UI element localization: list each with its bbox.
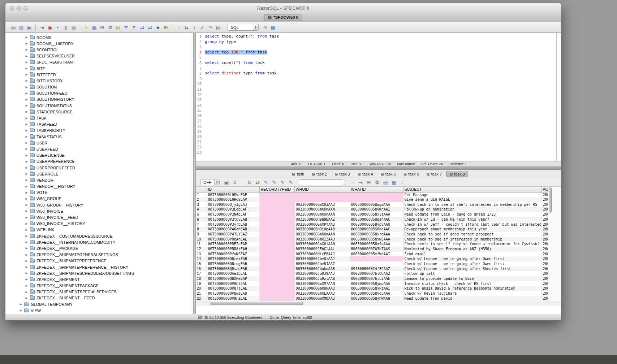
row-number-cell[interactable]: 18 bbox=[196, 276, 207, 281]
code-line[interactable] bbox=[205, 97, 556, 103]
tree-item-w50-group-history[interactable]: ▶W50_GROUP__HISTORY bbox=[5, 202, 193, 208]
results-hscrollbar[interactable] bbox=[196, 301, 561, 306]
new-file-icon[interactable]: ▤ bbox=[10, 24, 17, 31]
whatid-cell[interactable]: 00630000007blc2AAE bbox=[350, 276, 403, 281]
activitydate-cell[interactable]: 200 bbox=[542, 222, 548, 227]
disclosure-triangle-icon[interactable]: ▶ bbox=[25, 55, 28, 58]
whoid-cell[interactable] bbox=[294, 197, 350, 202]
disclosure-triangle-icon[interactable]: ▶ bbox=[25, 67, 28, 70]
tree-item-global-temporary[interactable]: ▶GLOBAL TEMPORARY bbox=[5, 301, 193, 307]
tree-item-zkfedex-shipmategeneralsettings[interactable]: ▶ZKFEDEX__SHIPMATEGENERALSETTINGS bbox=[5, 252, 193, 258]
result-tab-task-6[interactable]: ⊠task 6 bbox=[400, 171, 422, 177]
commit-check-icon[interactable]: ✓ bbox=[199, 24, 206, 31]
tree-item-task[interactable]: ▶TASK bbox=[5, 115, 193, 121]
subject-cell[interactable]: Send email bbox=[403, 252, 542, 257]
id-cell[interactable]: 00T3000000L0RknEAF bbox=[207, 192, 259, 197]
disclosure-triangle-icon[interactable]: ▶ bbox=[25, 203, 28, 207]
whoid-cell[interactable]: 0033000000GmXMDAA3 bbox=[294, 296, 350, 301]
table-row[interactable]: 300T3000000QjyJgEAJ0033000000GmXHJAA3006… bbox=[196, 202, 548, 207]
activitydate-cell[interactable]: 200 bbox=[542, 256, 548, 261]
disclosure-triangle-icon[interactable]: ▶ bbox=[25, 147, 28, 151]
code-line[interactable]: group by type bbox=[205, 39, 556, 45]
subject-cell[interactable]: Give Jenn a BIG RAISE bbox=[403, 197, 542, 202]
tree-item-taskfeed[interactable]: ▶TASKFEED bbox=[5, 121, 193, 127]
disclosure-triangle-icon[interactable]: ▶ bbox=[25, 284, 28, 287]
disclosure-triangle-icon[interactable]: ▶ bbox=[25, 222, 28, 225]
tree-item-zkfedex-shipment-feed[interactable]: ▶ZKFEDEX__SHIPMENT__FEED bbox=[5, 295, 193, 301]
disclosure-triangle-icon[interactable]: ▶ bbox=[25, 209, 28, 213]
vscrollbar-thumb[interactable] bbox=[549, 187, 552, 213]
activitydate-cell[interactable]: 200 bbox=[542, 227, 548, 232]
close-result-tab-icon[interactable]: ⊠ bbox=[358, 172, 361, 176]
row-number-cell[interactable]: 4 bbox=[196, 207, 207, 212]
row-number-cell[interactable]: 20 bbox=[196, 286, 207, 291]
tree-item-w50-invoice-feed[interactable]: ▶W50_INVOICE__FEED bbox=[5, 214, 193, 220]
execute-lightning-icon[interactable]: ϟ bbox=[83, 24, 90, 31]
activitydate-cell[interactable]: 200 bbox=[542, 202, 548, 207]
column-header-whoid[interactable]: WHOID bbox=[294, 187, 350, 192]
row-number-cell[interactable]: 13 bbox=[196, 252, 207, 257]
row-number-cell[interactable]: 15 bbox=[196, 261, 207, 266]
row-number-cell[interactable]: 9 bbox=[196, 232, 207, 237]
subject-cell[interactable]: Nominated by Shane Freeman at ANZ (HR50) bbox=[403, 247, 542, 252]
code-line[interactable]: select distinct type from task bbox=[205, 71, 556, 76]
whoid-cell[interactable]: 0033000000JFhGlAAL bbox=[294, 247, 350, 252]
history-icon[interactable]: ▤ bbox=[215, 24, 222, 31]
id-cell[interactable]: 00T3000000P3tuvEAB bbox=[207, 217, 259, 222]
subject-cell[interactable]: Follow up call bbox=[403, 271, 542, 276]
table-row[interactable]: 2000T3000000QV8TjEAL0033000000GmXKPAA300… bbox=[196, 286, 548, 291]
tree-item-w50-invoice[interactable]: ▶W50_INVOICE bbox=[5, 208, 193, 214]
activitydate-cell[interactable]: 200 bbox=[542, 276, 548, 281]
table-row[interactable]: 2200T3000000QV9FaEAL0033000000GmXMDAA300… bbox=[196, 296, 548, 301]
bulk-edit-icon[interactable]: ✎ bbox=[287, 179, 294, 186]
sql-editor[interactable]: 1234567891011121314151617181920212223 se… bbox=[196, 33, 561, 161]
code-line[interactable] bbox=[205, 113, 556, 118]
activitydate-cell[interactable]: 200 bbox=[542, 237, 548, 242]
subject-cell[interactable]: Check back to see if good target prospec… bbox=[403, 232, 542, 237]
describe-icon[interactable]: ≣ bbox=[122, 24, 130, 31]
activitydate-cell[interactable]: 200 bbox=[542, 291, 548, 296]
whatid-cell[interactable]: 00630000005S0bnAAC bbox=[350, 227, 403, 232]
id-cell[interactable]: 00T3000000QAeJbEAL bbox=[207, 271, 259, 276]
insert-row-icon[interactable]: ✎ bbox=[271, 179, 278, 186]
code-line[interactable]: select type, count(*) from task bbox=[205, 34, 556, 39]
table-row[interactable]: 700T3000000P3yrbEAB0033000000GmXPYAA3006… bbox=[196, 222, 548, 227]
disclosure-triangle-icon[interactable]: ▶ bbox=[25, 117, 28, 120]
open-file-icon[interactable]: ▨ bbox=[18, 24, 25, 31]
recordtypeid-cell[interactable] bbox=[259, 242, 294, 247]
subject-cell[interactable]: Check w/ Leanne - we're going after Owen… bbox=[403, 256, 542, 261]
activitydate-cell[interactable]: 200 bbox=[542, 207, 548, 212]
activitydate-cell[interactable]: 200 bbox=[542, 271, 548, 276]
tree-item-vendor[interactable]: ▶VENDOR bbox=[5, 177, 193, 183]
whoid-cell[interactable]: 0033000000GmXKnAAN bbox=[294, 207, 350, 212]
document-tab[interactable]: ⊠ *SFDCW50 II bbox=[264, 14, 302, 21]
row-number-cell[interactable]: 19 bbox=[196, 281, 207, 286]
whoid-cell[interactable]: 0033000000H9i0pAAB bbox=[294, 227, 350, 232]
table-row[interactable]: 800T3000000P46qnEAB0033000000H9i0pAAB006… bbox=[196, 227, 548, 232]
hscrollbar-thumb[interactable] bbox=[210, 302, 303, 305]
tree-item-userlicense[interactable]: ▶USERLICENSE bbox=[5, 152, 193, 159]
table-row[interactable]: 1000T3000000POeAnEAL0033000000GmXIZAA300… bbox=[196, 237, 548, 242]
row-number-cell[interactable]: 22 bbox=[196, 296, 207, 301]
id-cell[interactable]: 00T3000000P3N4pEAF bbox=[207, 212, 259, 217]
indent-icon[interactable]: ⇉ bbox=[138, 24, 146, 31]
tree-item-zkfedex-customaddresssource[interactable]: ▶ZKFEDEX__CUSTOMADDRESSSOURCE bbox=[5, 233, 193, 239]
recordtypeid-cell[interactable] bbox=[259, 202, 294, 207]
code-line[interactable] bbox=[205, 124, 556, 129]
compare-icon[interactable]: ⇄ bbox=[146, 24, 154, 31]
whatid-cell[interactable]: 006300000058xw5AAA bbox=[350, 237, 403, 242]
table-row[interactable]: 1200T3000000PRR8rEAH0033000000JFhGlAAL00… bbox=[196, 247, 548, 252]
table-row[interactable]: 400T3000000P3LopEAF0033000000GmXKnAAN006… bbox=[196, 207, 548, 212]
whatid-cell[interactable]: 006300000058ympAAA bbox=[350, 281, 403, 286]
result-tab-task-3[interactable]: ⊠task 3 bbox=[331, 171, 353, 177]
id-cell[interactable]: 00T3000000L0RqSEAV bbox=[207, 197, 259, 202]
row-number-cell[interactable]: 3 bbox=[196, 202, 207, 207]
row-number-cell[interactable]: 16 bbox=[196, 266, 207, 272]
id-cell[interactable]: 00T3000000P3yrbEAB bbox=[207, 222, 259, 227]
whoid-cell[interactable]: 0033000000Ju9J9AAJ bbox=[294, 271, 350, 276]
result-tab-task-2[interactable]: ⊠task 2 bbox=[308, 171, 331, 177]
connect-icon[interactable]: ⇥ bbox=[38, 24, 46, 31]
tree-item-zkfedex-shipment[interactable]: ▶ZKFEDEX__SHIPMENT bbox=[5, 276, 193, 282]
tree-item-solutionfeed[interactable]: ▶SOLUTIONFEED bbox=[5, 90, 193, 96]
tree-item-userfeed[interactable]: ▶USERFEED bbox=[5, 146, 193, 152]
